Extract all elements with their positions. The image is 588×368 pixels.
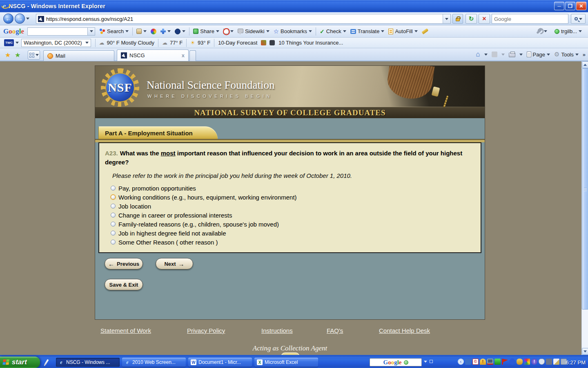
tray-messenger-icon[interactable] xyxy=(517,359,523,365)
weather-location-select[interactable]: Washington, DC (20002) xyxy=(21,39,91,47)
butterfly-icon[interactable] xyxy=(261,40,266,45)
tray-network-icon[interactable] xyxy=(465,359,471,365)
security-lock-button[interactable] xyxy=(452,14,463,24)
tray-flag-icon[interactable] xyxy=(502,359,508,365)
spellcheck-button[interactable]: ✓ Check xyxy=(318,27,348,36)
search-input[interactable] xyxy=(492,14,568,23)
google-deskbar[interactable]: Google xyxy=(370,358,422,366)
toolbar-search-dropdown[interactable] xyxy=(88,27,95,36)
scroll-up-button[interactable] xyxy=(582,61,588,68)
tab-mail[interactable]: Mail xyxy=(43,50,114,61)
page-menu[interactable]: Page xyxy=(527,52,550,58)
radio-option[interactable]: Pay, promotion opportunities xyxy=(111,184,481,193)
footer-link-statement[interactable]: Statement of Work xyxy=(100,327,151,334)
toolbar-settings-button[interactable] xyxy=(534,29,549,34)
twc-dropdown-icon[interactable] xyxy=(16,42,19,44)
address-input[interactable] xyxy=(46,16,443,22)
tray-printer-icon[interactable] xyxy=(546,359,552,365)
news-button[interactable] xyxy=(134,27,149,35)
forecast-button[interactable]: 10-Day Forecast xyxy=(216,38,259,47)
new-tab-stub[interactable] xyxy=(189,50,196,61)
footer-link-contact[interactable]: Contact Help Desk xyxy=(379,327,430,334)
radio-icon[interactable] xyxy=(111,195,116,200)
stop-button[interactable]: × xyxy=(479,14,490,24)
start-button[interactable]: start xyxy=(0,357,40,368)
favorites-icon[interactable]: ★ xyxy=(5,51,11,59)
quick-tabs-button[interactable] xyxy=(28,50,40,60)
tray-shield-icon[interactable]: ! xyxy=(480,359,486,365)
tray-pencil-icon[interactable] xyxy=(553,359,559,365)
tab-nscg[interactable]: NSCG x xyxy=(117,49,189,61)
vertical-scrollbar[interactable] xyxy=(581,61,588,355)
popup-blocker-button[interactable] xyxy=(221,27,236,35)
footer-link-privacy[interactable]: Privacy Policy xyxy=(187,327,225,334)
address-bar[interactable] xyxy=(36,14,451,24)
radio-icon[interactable] xyxy=(111,213,116,218)
scroll-thumb[interactable] xyxy=(582,68,588,310)
search-go-button[interactable] xyxy=(571,14,586,24)
twc-logo[interactable]: TWC xyxy=(4,39,14,46)
radio-option[interactable]: Job in highest degree field not availabl… xyxy=(111,229,481,238)
radio-icon[interactable] xyxy=(111,222,116,227)
home-icon[interactable]: ⌂ xyxy=(476,50,480,58)
bookmarks-button[interactable]: ☆ Bookmarks xyxy=(272,27,314,36)
feeds-icon[interactable] xyxy=(492,52,497,57)
taskbar-task-excel[interactable]: X Microsoft Excel xyxy=(254,358,318,367)
minimize-button[interactable]: ─ xyxy=(554,2,564,10)
tray-copyright-icon[interactable]: © xyxy=(472,359,479,365)
back-button[interactable]: ← xyxy=(3,13,13,24)
tray-update-icon[interactable]: ! xyxy=(531,359,537,365)
history-dropdown-icon[interactable] xyxy=(26,18,29,20)
add-gadget-button[interactable] xyxy=(158,27,173,35)
tray-signal-icon[interactable] xyxy=(494,359,501,365)
radio-icon[interactable] xyxy=(111,231,116,236)
radio-icon[interactable] xyxy=(111,240,116,245)
taskbar-task-nscg[interactable]: e NSCG - Windows ... xyxy=(56,358,120,367)
tray-mouse-icon[interactable] xyxy=(539,359,545,365)
toolbar-search-input[interactable] xyxy=(27,27,88,36)
print-icon[interactable] xyxy=(509,53,515,57)
close-button[interactable]: ✕ xyxy=(576,2,586,10)
restore-button[interactable]: ❐ xyxy=(565,2,575,10)
radio-option[interactable]: Job location xyxy=(111,202,481,211)
tools-menu[interactable]: ⚙ Tools xyxy=(554,51,579,58)
radio-icon[interactable] xyxy=(111,204,116,209)
taskbar-task-word[interactable]: W Document1 - Micr... xyxy=(188,358,252,367)
taskbar-task-webscreen[interactable]: e 2010 Web Screen... xyxy=(122,358,186,367)
translate-button[interactable]: Translate xyxy=(348,27,387,36)
radio-option[interactable]: Some Other Reason ( other reason ) xyxy=(111,238,481,247)
radio-option[interactable]: Working conditions (e.g., hours, equipme… xyxy=(111,193,481,202)
toolbar-search-button[interactable]: Search xyxy=(98,27,131,36)
quick-launch-pen-icon[interactable] xyxy=(44,359,49,365)
search-box[interactable] xyxy=(492,14,568,24)
radio-option[interactable]: Change in career or professional interes… xyxy=(111,211,481,220)
low-temp-button[interactable]: ☁ 77° F xyxy=(160,38,185,47)
account-button[interactable]: trgilb... xyxy=(552,27,584,36)
highlighter-button[interactable] xyxy=(420,29,430,34)
footer-link-instructions[interactable]: Instructions xyxy=(261,327,293,334)
autofill-button[interactable]: AutoFill xyxy=(386,27,419,36)
tray-bluetooth-icon[interactable] xyxy=(509,359,515,365)
deskbar-restore-icon[interactable] xyxy=(430,360,433,363)
next-button[interactable]: Next → xyxy=(156,258,193,269)
sidewiki-button[interactable]: Sidewiki xyxy=(236,27,272,36)
overflow-chevron-icon[interactable]: » xyxy=(583,52,586,58)
footer-link-faqs[interactable]: FAQ's xyxy=(327,327,343,334)
previous-button[interactable]: ← Previous xyxy=(105,258,143,269)
dell-button[interactable] xyxy=(173,27,187,36)
tab-close-icon[interactable]: x xyxy=(171,52,185,58)
headline-link[interactable]: 10 Things Your Insurance... xyxy=(276,38,345,47)
current-conditions-button[interactable]: ☁ 90° F Mostly Cloudy xyxy=(97,38,156,47)
tray-collapse-icon[interactable]: ‹ xyxy=(458,359,464,365)
deskbar-dropdown-icon[interactable] xyxy=(424,361,427,363)
scroll-down-button[interactable] xyxy=(582,348,588,355)
save-exit-button[interactable]: Save & Exit xyxy=(105,279,143,290)
add-favorite-icon[interactable]: ★ xyxy=(15,51,20,59)
high-temp-button[interactable]: ☀ 93° F xyxy=(188,38,212,47)
buzz-button[interactable] xyxy=(149,27,158,36)
address-dropdown-button[interactable] xyxy=(443,14,450,23)
radio-option[interactable]: Family-related reasons (e.g., children, … xyxy=(111,220,481,229)
tray-no-connection-icon[interactable] xyxy=(487,359,493,365)
share-button[interactable]: Share xyxy=(191,27,221,36)
radio-icon[interactable] xyxy=(111,186,116,191)
